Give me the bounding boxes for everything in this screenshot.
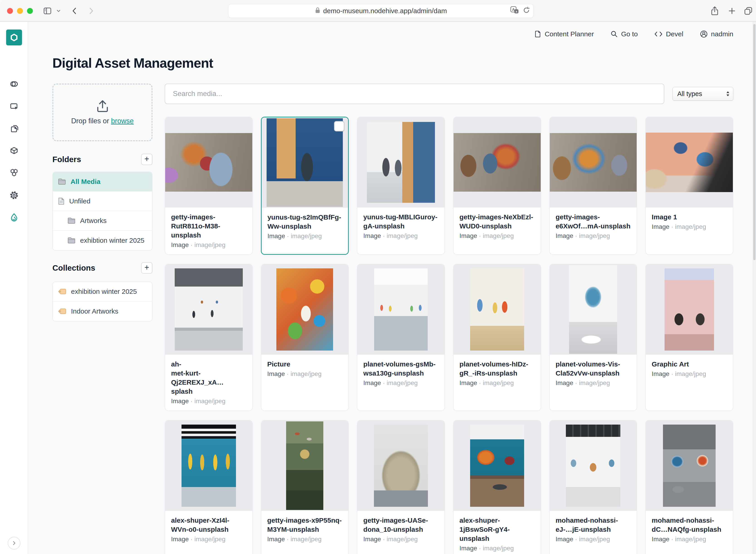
window-minimize-button[interactable] [17,8,23,14]
media-thumbnail [646,117,733,208]
media-thumbnail [646,421,733,511]
media-thumbnail [357,421,444,511]
search-row: All types [165,84,733,104]
media-card[interactable]: planet-volumes-Vis-Cla52vVw-unsplashImag… [549,264,637,411]
tag-icon [58,308,66,314]
media-mime: image/jpeg [675,536,706,543]
meta-separator: · [381,379,387,386]
media-card[interactable]: getty-images-RutR811o-M38-unsplashImage … [165,117,253,255]
media-card[interactable]: Image 1Image · image/jpeg [645,117,733,255]
add-collection-button[interactable]: + [141,262,152,274]
media-photo [665,268,714,350]
media-card[interactable]: mohamed-nohassi-dC…NAQfg-unsplashImage ·… [645,420,733,554]
media-card[interactable]: alex-shuper-1jBswSoR-gY4-unsplashImage ·… [453,420,541,554]
folders-item[interactable]: All Media [53,172,152,191]
search-input[interactable] [165,84,664,104]
window-close-button[interactable] [7,8,13,14]
folders-item[interactable]: exhibtion winter 2025 [53,231,152,250]
media-thumbnail [261,264,349,355]
media-thumbnail [165,264,252,355]
page-title: Digital Asset Management [52,55,213,71]
media-title: yunus-tug-MBLIGuroy-gA-unsplash [363,213,439,231]
cube-icon[interactable] [9,145,19,156]
share-icon[interactable] [709,5,720,16]
documents-icon[interactable] [9,123,19,134]
pages-icon[interactable] [9,101,19,112]
media-meta: Image · image/jpeg [267,232,342,240]
media-card[interactable]: getty-images-UASe-dona_10-unsplashImage … [357,420,445,554]
collections-item[interactable]: Indoor Artworks [53,301,152,321]
folder-icon [58,178,66,185]
scrollbar-thumb[interactable] [753,24,756,260]
media-grid: getty-images-RutR811o-M38-unsplashImage … [165,117,733,554]
media-card-body: getty-images-RutR811o-M38-unsplashImage … [165,208,252,254]
drupal-icon[interactable] [9,212,19,223]
media-title: planet-volumes-Vis-Cla52vVw-unsplash [556,359,631,378]
media-card[interactable]: yunus-tug-s2ImQBfFg-Ww-unsplashImage · i… [261,117,349,255]
media-card[interactable]: yunus-tug-MBLIGuroy-gA-unsplashImage · i… [357,117,445,255]
media-card[interactable]: planet-volumes-hIDz-gR_-iRs-unsplashImag… [453,264,541,411]
media-photo [182,425,236,507]
type-filter-select[interactable]: All types [673,87,733,101]
media-type: Image [556,536,573,543]
new-tab-icon[interactable] [727,5,737,16]
media-thumbnail [357,117,444,208]
meta-separator: · [573,379,579,386]
document-icon [534,30,542,38]
media-card[interactable]: planet-volumes-gsMb-wsa130g-unsplashImag… [357,264,445,411]
nodehive-logo[interactable] [6,30,22,45]
media-card[interactable]: getty-images-NeXbEzl-WUD0-unsplashImage … [453,117,541,255]
go-to-link[interactable]: Go to [610,30,638,38]
modules-icon[interactable] [9,168,19,178]
media-meta: Image · image/jpeg [459,379,535,387]
media-card-body: planet-volumes-Vis-Cla52vVw-unsplashImag… [550,355,637,392]
tab-overview-icon[interactable] [743,5,754,16]
browse-link[interactable]: browse [111,117,134,125]
add-folder-button[interactable]: + [141,154,152,165]
media-type: Image [556,232,573,239]
media-meta: Image · image/jpeg [171,397,246,405]
collections-item[interactable]: exhibition winter 2025 [53,282,152,301]
media-card-body: alex-shuper-XzI4l-WVn-o0-unsplashImage ·… [165,511,252,549]
settings-gear-icon[interactable] [9,190,19,201]
media-type: Image [459,545,477,552]
media-thumbnail [165,117,252,208]
forward-icon[interactable] [85,5,97,16]
devel-link[interactable]: Devel [654,30,683,38]
media-title: getty-images-e6XwOf…mA-unsplash [556,213,631,231]
content-icon[interactable] [9,78,19,90]
media-mime: image/jpeg [675,223,706,230]
page-scrollbar[interactable] [753,22,756,554]
media-type: Image [459,379,477,386]
media-photo [663,425,715,507]
address-bar[interactable]: demo-museum.nodehive.app/admin/dam Ax [228,4,533,18]
dam-content: All types getty-images-RutR811o-M38-unsp… [165,84,733,554]
folders-item[interactable]: Unfiled [53,191,152,211]
file-dropzone[interactable]: Drop files or browse [52,84,152,141]
media-card[interactable]: PictureImage · image/jpeg [261,264,349,411]
media-checkbox[interactable] [334,121,344,131]
reload-icon[interactable] [522,6,530,16]
sidebar-expand-button[interactable] [8,537,20,549]
dropzone-text: Drop files or browse [71,117,134,125]
media-card-body: planet-volumes-hIDz-gR_-iRs-unsplashImag… [453,355,541,392]
media-type: Image [171,536,189,543]
media-card[interactable]: alex-shuper-XzI4l-WVn-o0-unsplashImage ·… [165,420,253,554]
chevron-down-icon[interactable] [55,5,62,16]
media-card[interactable]: mohamed-nohassi-eJ-…jE-unsplashImage · i… [549,420,637,554]
back-icon[interactable] [69,5,80,16]
sidebar-toggle-icon[interactable] [42,5,53,16]
user-menu[interactable]: nadmin [700,30,733,38]
folders-item[interactable]: Artworks [53,211,152,231]
translate-icon[interactable]: Ax [510,6,519,16]
collections-header: Collections + [52,262,152,274]
media-card[interactable]: Graphic ArtImage · image/jpeg [645,264,733,411]
media-card[interactable]: ah- met-kurt-Qj2EREXJ_xA… splashImage · … [165,264,253,411]
content-planner-link[interactable]: Content Planner [534,30,594,38]
window-zoom-button[interactable] [27,8,33,14]
upload-icon [95,100,110,113]
media-card[interactable]: getty-images-x9P55nq-M3YM-unsplashImage … [261,420,349,554]
media-card[interactable]: getty-images-e6XwOf…mA-unsplashImage · i… [549,117,637,255]
item-label: exhibtion winter 2025 [80,236,144,244]
meta-separator: · [189,241,194,248]
